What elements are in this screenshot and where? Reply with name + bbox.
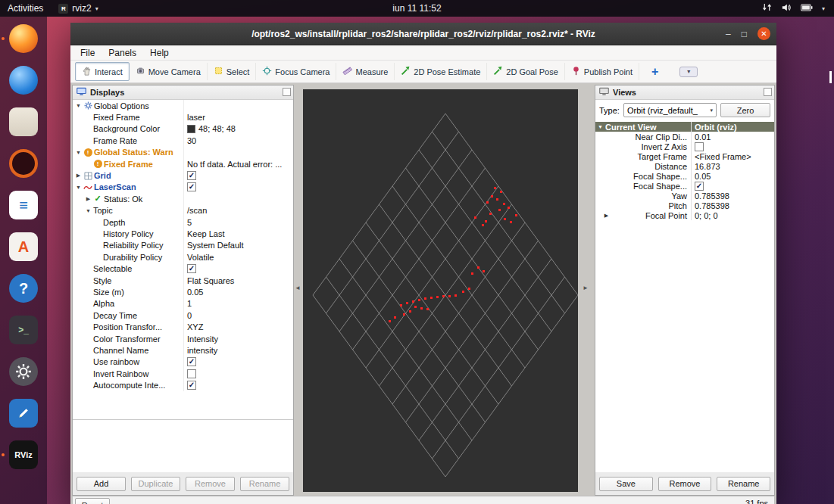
collapse-arrow-icon[interactable]: ▼	[74, 150, 83, 155]
checkbox-checked[interactable]: ✓	[187, 182, 196, 191]
view-row-focal-shape[interactable]: Focal Shape...0.05	[595, 171, 774, 181]
display-row-autocompute-inte[interactable]: Autocompute Inte...✓	[73, 379, 293, 390]
property-value-cell[interactable]: System Default	[183, 240, 293, 251]
display-row-fixed-frame[interactable]: Fixed Framelaser	[73, 111, 293, 123]
property-value-cell[interactable]: 0.785398	[691, 201, 774, 210]
property-value-cell[interactable]: laser	[183, 111, 293, 123]
property-value-cell[interactable]: 0.05	[183, 286, 293, 297]
property-value-cell[interactable]: 0	[183, 310, 293, 321]
display-row-channel-name[interactable]: Channel Nameintensity	[73, 344, 293, 356]
maximize-button[interactable]: □	[742, 29, 747, 39]
display-row-global-status-warn[interactable]: ▼!Global Status: Warn	[73, 147, 293, 158]
checkbox-checked[interactable]: ✓	[187, 357, 196, 366]
zero-button[interactable]: Zero	[720, 103, 770, 117]
property-value-cell[interactable]: XYZ	[183, 321, 293, 332]
property-value-cell[interactable]: ✓	[183, 182, 293, 193]
property-value-cell[interactable]: 0; 0; 0	[691, 210, 774, 220]
property-value-cell[interactable]: Keep Last	[183, 228, 293, 239]
view-row-near-clip-di[interactable]: Near Clip Di...0.01	[595, 132, 774, 142]
property-value-cell[interactable]	[691, 142, 774, 151]
property-value-cell[interactable]: intensity	[183, 344, 293, 356]
collapse-arrow-icon[interactable]: ▼	[595, 124, 605, 129]
property-value-cell[interactable]	[183, 368, 293, 379]
tool-publish-point[interactable]: Publish Point	[565, 63, 639, 80]
displays-panel-header[interactable]: Displays	[73, 86, 293, 100]
property-value-cell[interactable]: 0.785398	[691, 191, 774, 201]
media-player-icon[interactable]	[8, 148, 39, 179]
expand-arrow-icon[interactable]: ▶	[84, 196, 92, 202]
display-row-laserscan[interactable]: ▼LaserScan✓	[73, 182, 293, 193]
view-row-focal-point[interactable]: ▶Focal Point0; 0; 0	[595, 210, 774, 220]
property-value-cell[interactable]: ✓	[183, 379, 293, 390]
display-row-size-m[interactable]: Size (m)0.05	[73, 286, 293, 297]
checkbox-checked[interactable]: ✓	[695, 182, 704, 191]
display-row-selectable[interactable]: Selectable✓	[73, 263, 293, 274]
expand-arrow-icon[interactable]: ▶	[601, 213, 611, 219]
property-value-cell[interactable]: Flat Squares	[183, 275, 293, 286]
collapse-arrow-icon[interactable]: ▼	[74, 185, 83, 190]
reset-button[interactable]: Reset	[75, 498, 110, 504]
checkbox-checked[interactable]: ✓	[187, 171, 196, 180]
property-value-cell[interactable]: Volatile	[183, 251, 293, 263]
display-row-style[interactable]: StyleFlat Squares	[73, 275, 293, 286]
checkbox-checked[interactable]: ✓	[187, 264, 196, 273]
display-row-decay-time[interactable]: Decay Time0	[73, 310, 293, 321]
property-value-cell[interactable]: ✓	[183, 263, 293, 274]
menu-file[interactable]: File	[73, 46, 102, 60]
view-row-pitch[interactable]: Pitch0.785398	[595, 201, 774, 210]
tool-measure[interactable]: Measure	[336, 63, 395, 80]
3d-viewport[interactable]	[303, 89, 578, 492]
property-value-cell[interactable]: 30	[183, 135, 293, 146]
display-row-position-transfor[interactable]: Position Transfor...XYZ	[73, 321, 293, 332]
collapse-arrow-icon[interactable]: ▼	[84, 208, 92, 213]
view-row-distance[interactable]: Distance16.873	[595, 161, 774, 171]
panel-float-button[interactable]	[764, 88, 772, 96]
property-value-cell[interactable]: 0.01	[691, 132, 774, 142]
splitter-right-arrow[interactable]: ►	[583, 285, 589, 291]
panel-float-button[interactable]	[283, 88, 291, 96]
expand-arrow-icon[interactable]: ▶	[74, 173, 83, 179]
rename-button[interactable]: Rename	[717, 477, 770, 491]
display-row-topic[interactable]: ▼Topic/scan	[73, 205, 293, 216]
add-tool-button[interactable]: +	[651, 65, 658, 79]
display-row-reliability-policy[interactable]: Reliability PolicySystem Default	[73, 240, 293, 251]
checkbox-unchecked[interactable]	[695, 142, 704, 151]
ubuntu-software-icon[interactable]: A	[8, 231, 39, 263]
property-value-cell[interactable]	[183, 100, 293, 111]
clock[interactable]: iun 11 11:52	[392, 3, 441, 14]
display-row-use-rainbow[interactable]: Use rainbow✓	[73, 356, 293, 368]
remove-button[interactable]: Remove	[658, 477, 712, 491]
property-value-cell[interactable]: 16.873	[691, 161, 774, 171]
settings-icon[interactable]	[8, 356, 39, 387]
view-type-combobox[interactable]: Orbit (rviz_default_ ▾	[623, 103, 717, 117]
display-row-background-color[interactable]: Background Color48; 48; 48	[73, 123, 293, 135]
display-row-global-options[interactable]: ▼Global Options	[73, 100, 293, 111]
property-value-cell[interactable]: ✓	[691, 181, 774, 191]
display-row-status-ok[interactable]: ▶✓Status: Ok	[73, 193, 293, 204]
help-icon[interactable]: ?	[8, 272, 39, 304]
property-value-cell[interactable]: 0.05	[691, 171, 774, 181]
tool-2d-pose-estimate[interactable]: 2D Pose Estimate	[395, 63, 487, 80]
property-value-cell[interactable]: Orbit (rviz)	[691, 122, 774, 132]
checkbox-checked[interactable]: ✓	[187, 381, 196, 390]
terminal-icon[interactable]: >_	[8, 314, 39, 346]
menu-help[interactable]: Help	[143, 46, 176, 60]
tool-focus-camera[interactable]: Focus Camera	[256, 63, 336, 80]
close-button[interactable]: ✕	[757, 27, 770, 40]
view-row-invert-z-axis[interactable]: Invert Z Axis	[595, 142, 774, 151]
display-row-fixed-frame[interactable]: !Fixed FrameNo tf data. Actual error: ..…	[73, 158, 293, 170]
collapse-arrow-icon[interactable]: ▼	[74, 103, 83, 108]
property-value-cell[interactable]: Intensity	[183, 333, 293, 344]
minimize-button[interactable]: –	[726, 29, 731, 39]
views-panel-header[interactable]: Views	[595, 86, 774, 100]
activities-button[interactable]: Activities	[8, 3, 43, 14]
browser-icon[interactable]	[8, 64, 39, 96]
property-value-cell[interactable]	[183, 147, 293, 158]
view-row-target-frame[interactable]: Target Frame<Fixed Frame>	[595, 151, 774, 161]
display-row-invert-rainbow[interactable]: Invert Rainbow	[73, 368, 293, 379]
display-row-color-transformer[interactable]: Color TransformerIntensity	[73, 333, 293, 344]
tool-2d-goal-pose[interactable]: 2D Goal Pose	[487, 63, 564, 80]
view-row-focal-shape[interactable]: Focal Shape...✓	[595, 181, 774, 191]
property-value-cell[interactable]: ✓	[183, 356, 293, 368]
display-row-alpha[interactable]: Alpha1	[73, 298, 293, 310]
